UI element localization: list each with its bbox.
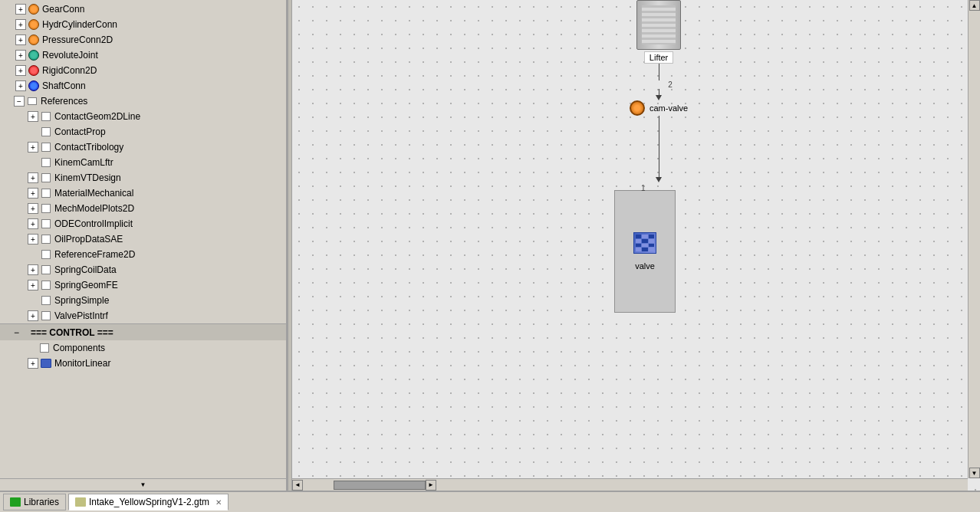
hydr-icon: [28, 18, 40, 31]
tree-item-spring-simple[interactable]: SpringSimple: [0, 293, 286, 308]
canvas-scrollbar-h[interactable]: ◄ ►: [292, 478, 968, 491]
spring-geom-label: SpringGeomFE: [54, 280, 118, 290]
scroll-right-btn[interactable]: ►: [426, 480, 436, 491]
valve-pist-icon: [40, 310, 52, 322]
lifter-line-1: [659, 64, 659, 80]
tree-item-mech-model[interactable]: + MechModelPlots2D: [0, 201, 286, 216]
monitor-label: MonitorLinear: [54, 358, 110, 369]
contact-geom-label: ContactGeom2DLine: [54, 111, 140, 122]
tab-intake[interactable]: Intake_YellowSpringV1-2.gtm ✕: [68, 494, 229, 510]
expand-oil[interactable]: +: [28, 234, 38, 245]
components-label: Components: [53, 343, 105, 353]
expand-monitor[interactable]: +: [28, 358, 38, 369]
tree-item-gear-conn[interactable]: + GearConn: [0, 2, 286, 17]
scroll-thumb-h[interactable]: [334, 481, 426, 490]
expand-contact-trib[interactable]: +: [28, 142, 38, 153]
revolute-label: RevoluteJoint: [42, 50, 98, 61]
expand-hydr[interactable]: +: [15, 19, 26, 30]
expand-gear-conn[interactable]: +: [15, 4, 26, 15]
expand-references[interactable]: −: [14, 96, 25, 107]
contact-prop-icon: [40, 126, 52, 138]
valve-box[interactable]: valve: [614, 190, 676, 313]
lifter-component: Lifter 2 cam-valve: [630, 0, 688, 182]
expand-mech-model[interactable]: +: [28, 203, 38, 214]
contact-geom-icon: [40, 110, 52, 123]
scroll-left-btn[interactable]: ◄: [292, 480, 303, 491]
tree-item-contact-prop[interactable]: ContactProp: [0, 124, 286, 139]
expand-kinem-vt[interactable]: +: [28, 172, 38, 183]
oil-label: OilPropDataSAE: [54, 234, 123, 245]
expand-contact-geom[interactable]: +: [28, 111, 38, 122]
tree-item-contact-trib[interactable]: + ContactTribology: [0, 139, 286, 155]
rigid-icon: [28, 64, 40, 77]
revolute-icon: [28, 49, 40, 61]
tree-item-contact-geom[interactable]: + ContactGeom2DLine: [0, 109, 286, 124]
lifter-label: Lifter: [644, 51, 673, 64]
references-folder-icon: [26, 95, 38, 107]
tree-item-material[interactable]: + MaterialMechanical: [0, 185, 286, 201]
contact-trib-label: ContactTribology: [54, 142, 123, 153]
lifter-box: [636, 0, 681, 50]
expand-material[interactable]: +: [28, 188, 38, 199]
tree-item-references[interactable]: − References: [0, 94, 286, 109]
panel-scroll-down[interactable]: ▼: [0, 478, 286, 491]
tree-item-hydr-cylinder[interactable]: + HydrCylinderConn: [0, 17, 286, 32]
spring-coil-label: SpringCoilData: [54, 264, 117, 275]
expand-spring-geom[interactable]: +: [28, 280, 38, 290]
tree-item-ode[interactable]: + ODEControlImplicit: [0, 216, 286, 231]
intake-icon: [75, 497, 86, 507]
lifter-cylinder-lines: [642, 5, 676, 44]
tree-item-monitor-linear[interactable]: + MonitorLinear: [0, 356, 286, 371]
expand-revolute[interactable]: +: [15, 50, 26, 61]
tree-item-spring-geom[interactable]: + SpringGeomFE: [0, 277, 286, 293]
bottom-bar: Libraries Intake_YellowSpringV1-2.gtm ✕: [0, 491, 980, 512]
valve-icon-grid: [636, 235, 654, 251]
valve-number: 1: [641, 184, 646, 192]
pressure-label: PressureConn2D: [42, 34, 113, 45]
tree-container[interactable]: + GearConn + HydrCylinderConn +: [0, 0, 286, 478]
cam-valve-node[interactable]: [630, 100, 645, 116]
spring-simple-icon: [40, 294, 52, 307]
tree-item-revolute[interactable]: + RevoluteJoint: [0, 48, 286, 63]
expand-valve-pist[interactable]: +: [28, 310, 38, 321]
canvas-area[interactable]: Lifter 2 cam-valve: [292, 0, 980, 491]
expand-ode[interactable]: +: [28, 218, 38, 229]
left-panel: + GearConn + HydrCylinderConn +: [0, 0, 288, 491]
tree-item-spring-coil[interactable]: + SpringCoilData: [0, 262, 286, 277]
ref-frame-icon: [40, 248, 52, 261]
contact-prop-label: ContactProp: [54, 126, 106, 137]
canvas-scrollbar-v[interactable]: ▲ ▼: [968, 0, 980, 478]
tree-item-rigid[interactable]: + RigidConn2D: [0, 63, 286, 78]
tree-item-shaft[interactable]: + ShaftConn: [0, 78, 286, 94]
libraries-icon: [10, 497, 21, 507]
hydr-label: HydrCylinderConn: [42, 19, 117, 30]
tree-item-components[interactable]: Components: [0, 340, 286, 356]
control-separator: − === CONTROL ===: [0, 323, 286, 340]
content-area: + GearConn + HydrCylinderConn +: [0, 0, 980, 491]
tree-item-oil[interactable]: + OilPropDataSAE: [0, 231, 286, 247]
components-icon: [38, 342, 51, 354]
valve-line: [659, 116, 659, 177]
arrow-down-1: [656, 95, 662, 100]
shaft-icon: [28, 80, 40, 92]
dotted-canvas[interactable]: Lifter 2 cam-valve: [292, 0, 980, 491]
scroll-down-btn[interactable]: ▼: [969, 468, 980, 478]
tree-item-ref-frame[interactable]: ReferenceFrame2D: [0, 247, 286, 262]
expand-shaft[interactable]: +: [15, 80, 26, 91]
expand-pressure[interactable]: +: [15, 34, 26, 45]
tab-intake-close[interactable]: ✕: [215, 498, 222, 507]
tree-item-valve-pist[interactable]: + ValvePistIntrf: [0, 308, 286, 323]
rigid-label: RigidConn2D: [42, 65, 97, 76]
mech-model-label: MechModelPlots2D: [54, 203, 134, 214]
valve-icon: [633, 232, 656, 254]
expand-rigid[interactable]: +: [15, 65, 26, 76]
tree-item-kinem-cam[interactable]: KinemCamLftr: [0, 155, 286, 170]
tree-item-pressure[interactable]: + PressureConn2D: [0, 32, 286, 48]
expand-spring-coil[interactable]: +: [28, 264, 38, 275]
monitor-icon: [40, 357, 52, 369]
scroll-up-btn[interactable]: ▲: [969, 0, 980, 11]
no-expand-components: [26, 343, 37, 353]
valve-label: valve: [635, 261, 655, 271]
tree-item-kinem-vt[interactable]: + KinemVTDesign: [0, 170, 286, 185]
tab-libraries[interactable]: Libraries: [3, 494, 66, 510]
